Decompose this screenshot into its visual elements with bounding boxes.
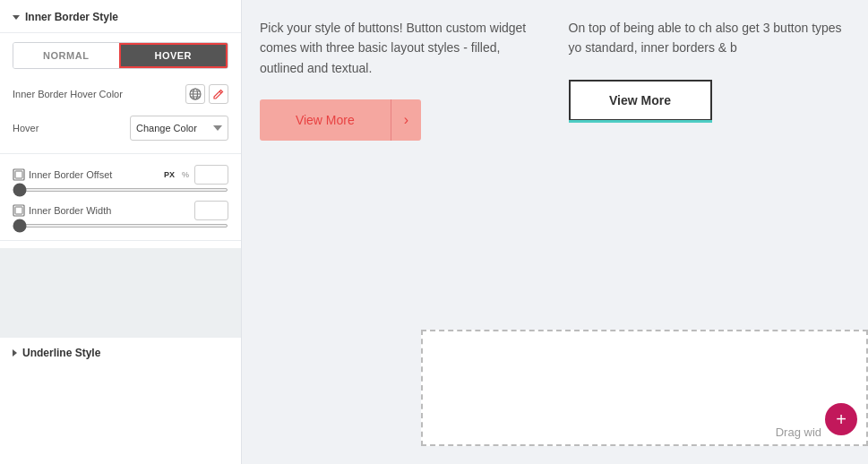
inner-border-hover-color-label: Inner Border Hover Color (13, 89, 185, 99)
drag-label: Drag wid (776, 425, 821, 439)
panel-gray-area (0, 248, 241, 338)
offset-label-row: Inner Border Offset PX % (13, 165, 228, 185)
underline-chevron-icon (13, 349, 17, 357)
hover-row: Hover Change Color None Lighten Darken (0, 110, 241, 146)
section-title: Inner Border Style (25, 11, 118, 23)
width-icon (13, 204, 25, 217)
preview-content: Pick your style of buttons! Button custo… (260, 18, 850, 141)
hover-toggle-btn[interactable]: HOVER (119, 43, 228, 68)
width-text: Inner Border Width (29, 205, 111, 216)
divider-1 (0, 153, 241, 154)
offset-unit-controls: PX % (162, 165, 228, 185)
svg-line-5 (219, 91, 221, 93)
px-unit-btn[interactable]: PX (162, 169, 176, 180)
offset-icon (13, 168, 25, 181)
button-chevron-icon: › (391, 112, 421, 128)
add-widget-button[interactable]: + (825, 403, 857, 435)
right-panel: Pick your style of buttons! Button custo… (242, 0, 868, 464)
width-label: Inner Border Width (13, 204, 111, 217)
svg-rect-7 (15, 171, 22, 178)
underline-style-section[interactable]: Underline Style (0, 338, 241, 368)
left-panel: Inner Border Style NORMAL HOVER Inner Bo… (0, 0, 242, 464)
filled-button-label: View More (260, 113, 391, 127)
preview-text-1: Pick your style of buttons! Button custo… (260, 18, 542, 78)
percent-unit-btn[interactable]: % (180, 169, 191, 180)
preview-button-block-2: View More (569, 80, 851, 121)
filled-button[interactable]: View More › (260, 99, 421, 141)
normal-hover-toggle: NORMAL HOVER (13, 42, 228, 69)
svg-rect-9 (15, 207, 22, 214)
width-value-input[interactable] (194, 201, 228, 220)
underline-label: Underline Style (22, 347, 100, 359)
section-chevron-icon (13, 15, 20, 20)
inner-border-hover-color-row: Inner Border Hover Color (0, 78, 241, 110)
width-slider-track (13, 224, 228, 228)
hover-label: Hover (13, 123, 130, 133)
preview-text-block-2: On top of being able to ch also get 3 bu… (569, 18, 851, 141)
outlined-button[interactable]: View More (569, 80, 712, 121)
width-slider[interactable] (13, 224, 228, 228)
outlined-button-label: View More (609, 93, 671, 107)
preview-text-block-1: Pick your style of buttons! Button custo… (260, 18, 542, 141)
globe-icon-btn[interactable] (185, 84, 205, 104)
normal-toggle-btn[interactable]: NORMAL (13, 43, 119, 68)
color-controls (185, 84, 228, 104)
pencil-icon-btn[interactable] (209, 84, 228, 104)
offset-label: Inner Border Offset (13, 168, 112, 181)
offset-text: Inner Border Offset (29, 169, 112, 180)
preview-text-2: On top of being able to ch also get 3 bu… (569, 18, 851, 58)
offset-slider[interactable] (13, 188, 228, 192)
preview-button-block-1: View More › (260, 99, 542, 141)
inner-border-offset-row: Inner Border Offset PX % (0, 161, 241, 197)
inner-border-section-header: Inner Border Style (0, 0, 241, 33)
inner-border-width-row: Inner Border Width (0, 197, 241, 233)
hover-controls: Change Color None Lighten Darken (130, 116, 228, 141)
hover-dropdown[interactable]: Change Color None Lighten Darken (130, 116, 228, 141)
offset-value-input[interactable] (194, 165, 228, 185)
width-label-row: Inner Border Width (13, 201, 228, 220)
divider-2 (0, 240, 241, 241)
offset-slider-track (13, 188, 228, 192)
drop-area: + Drag wid (421, 330, 868, 446)
